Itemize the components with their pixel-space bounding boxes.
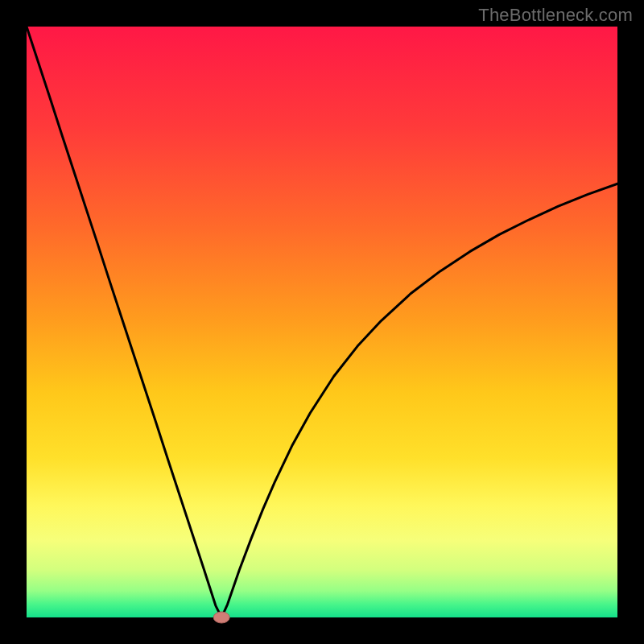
plot-background (27, 27, 617, 617)
chart-frame: TheBottleneck.com (0, 0, 644, 644)
bottleneck-chart (0, 0, 644, 644)
optimal-point-marker (213, 612, 229, 623)
watermark-text: TheBottleneck.com (478, 5, 633, 26)
